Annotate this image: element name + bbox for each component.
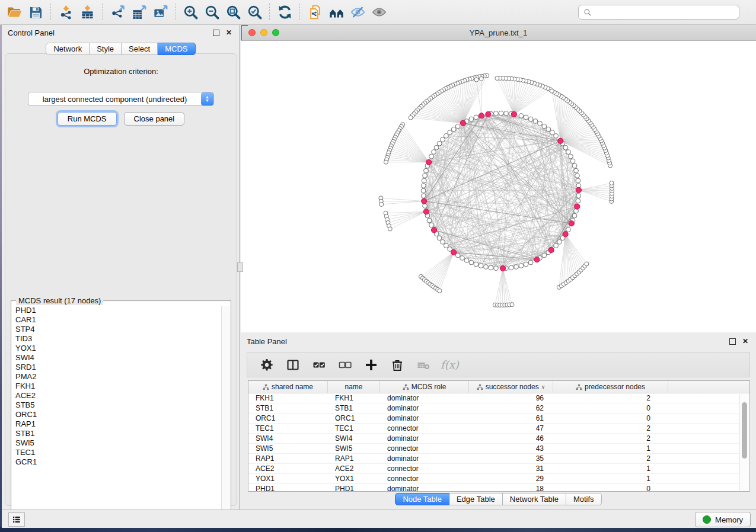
network-node[interactable] xyxy=(610,181,614,185)
tab-network[interactable]: Network xyxy=(46,43,90,55)
table-cell[interactable]: SWI4 xyxy=(328,434,380,443)
network-node[interactable] xyxy=(441,137,445,142)
network-node[interactable] xyxy=(388,227,392,231)
network-node[interactable] xyxy=(437,236,442,241)
column-header-name[interactable]: name xyxy=(328,381,380,393)
network-node[interactable] xyxy=(524,115,528,120)
network-node[interactable] xyxy=(546,127,551,132)
column-header-shared-name[interactable]: shared name xyxy=(248,381,328,393)
network-node[interactable] xyxy=(510,303,514,307)
network-hub-node[interactable] xyxy=(426,159,432,165)
network-node[interactable] xyxy=(585,262,589,266)
network-node[interactable] xyxy=(464,258,469,263)
mcds-result-item[interactable]: FKH1 xyxy=(15,382,222,391)
network-node[interactable] xyxy=(423,174,428,178)
table-cell[interactable]: 0 xyxy=(553,414,668,423)
table-cell[interactable]: 0 xyxy=(553,403,668,413)
mcds-result-scrollbar[interactable] xyxy=(221,306,230,521)
optimization-criterion-select[interactable]: largest connected component (undirected)… xyxy=(28,92,214,106)
network-node[interactable] xyxy=(474,262,479,267)
network-hub-node[interactable] xyxy=(479,113,484,118)
search-input[interactable] xyxy=(595,7,734,17)
zoom-fit-button[interactable] xyxy=(222,3,244,22)
mcds-result-item[interactable]: GCR1 xyxy=(15,457,222,467)
network-node[interactable] xyxy=(563,145,568,150)
network-node[interactable] xyxy=(379,202,384,206)
network-hub-node[interactable] xyxy=(534,257,540,262)
network-hub-node[interactable] xyxy=(576,187,581,193)
open-file-button[interactable] xyxy=(4,3,25,22)
tab-select[interactable]: Select xyxy=(122,43,158,55)
network-hub-node[interactable] xyxy=(575,204,580,209)
table-cell[interactable]: 2 xyxy=(553,393,668,403)
network-node[interactable] xyxy=(574,168,579,173)
table-cell[interactable]: SWI4 xyxy=(248,434,328,443)
network-node[interactable] xyxy=(570,159,575,164)
network-node[interactable] xyxy=(429,223,434,227)
network-node[interactable] xyxy=(437,141,442,146)
table-row[interactable]: TEC1TEC1connector472 xyxy=(248,424,749,434)
table-scrollbar[interactable] xyxy=(739,394,749,491)
network-node[interactable] xyxy=(550,130,554,135)
network-node[interactable] xyxy=(519,264,524,268)
network-node[interactable] xyxy=(448,130,452,135)
network-hub-node[interactable] xyxy=(548,247,554,252)
tab-style[interactable]: Style xyxy=(90,43,122,55)
network-hub-node[interactable] xyxy=(486,111,491,117)
network-node[interactable] xyxy=(542,124,547,129)
network-node[interactable] xyxy=(438,289,442,293)
close-panel-button[interactable]: Close panel xyxy=(124,112,185,126)
table-cell[interactable]: FKH1 xyxy=(328,393,380,403)
network-node[interactable] xyxy=(575,174,580,178)
table-cell[interactable]: 1 xyxy=(553,444,668,453)
table-cell[interactable]: RAP1 xyxy=(248,454,328,463)
network-node[interactable] xyxy=(489,265,493,270)
network-node[interactable] xyxy=(514,265,519,270)
network-node[interactable] xyxy=(524,262,528,267)
network-hub-node[interactable] xyxy=(569,221,574,226)
table-options-button[interactable] xyxy=(258,356,276,374)
table-cell[interactable]: SWI5 xyxy=(248,444,328,453)
table-cell[interactable]: PHD1 xyxy=(328,484,380,492)
network-hub-node[interactable] xyxy=(431,227,436,233)
network-node[interactable] xyxy=(409,116,413,120)
tab-motifs[interactable]: Motifs xyxy=(566,493,602,505)
network-graph[interactable] xyxy=(241,41,756,332)
table-cell[interactable]: 1 xyxy=(553,464,668,473)
mcds-result-item[interactable]: SWI5 xyxy=(15,438,222,448)
zoom-in-button[interactable] xyxy=(180,3,201,22)
table-cell[interactable]: 2 xyxy=(553,454,668,463)
network-hub-node[interactable] xyxy=(422,198,427,204)
network-node[interactable] xyxy=(495,76,499,81)
tab-network-table[interactable]: Network Table xyxy=(503,493,566,505)
table-row[interactable]: RAP1RAP1dominator352 xyxy=(248,454,749,464)
network-hub-node[interactable] xyxy=(500,265,505,271)
delete-column-button[interactable] xyxy=(388,356,406,374)
network-node[interactable] xyxy=(421,184,426,188)
duplicate-network-button[interactable] xyxy=(304,3,326,22)
first-neighbors-button[interactable] xyxy=(326,3,347,22)
network-titlebar[interactable]: YPA_prune.txt_1 xyxy=(241,25,756,41)
table-cell[interactable]: 29 xyxy=(469,474,553,483)
import-table-button[interactable] xyxy=(76,3,98,22)
table-cell[interactable]: 35 xyxy=(469,454,553,463)
table-row[interactable]: ORC1ORC1dominator610 xyxy=(248,414,749,424)
network-node[interactable] xyxy=(441,239,445,244)
network-node[interactable] xyxy=(557,239,562,244)
run-mcds-button[interactable]: Run MCDS xyxy=(58,112,117,126)
tab-edge-table[interactable]: Edge Table xyxy=(449,493,503,505)
table-cell[interactable]: connector xyxy=(380,444,469,453)
network-node[interactable] xyxy=(469,260,474,265)
network-node[interactable] xyxy=(384,160,388,164)
mcds-result-item[interactable]: ACE2 xyxy=(15,391,222,400)
table-cell[interactable]: SWI5 xyxy=(328,444,380,453)
tab-mcds[interactable]: MCDS xyxy=(158,43,195,55)
network-node[interactable] xyxy=(484,265,489,270)
network-node[interactable] xyxy=(542,253,547,258)
network-node[interactable] xyxy=(455,124,460,129)
table-cell[interactable]: connector xyxy=(380,424,469,433)
table-panel-close-button[interactable]: ✕ xyxy=(741,336,750,346)
table-cell[interactable]: STB1 xyxy=(248,403,328,413)
network-node[interactable] xyxy=(469,117,474,121)
network-node[interactable] xyxy=(429,154,434,159)
